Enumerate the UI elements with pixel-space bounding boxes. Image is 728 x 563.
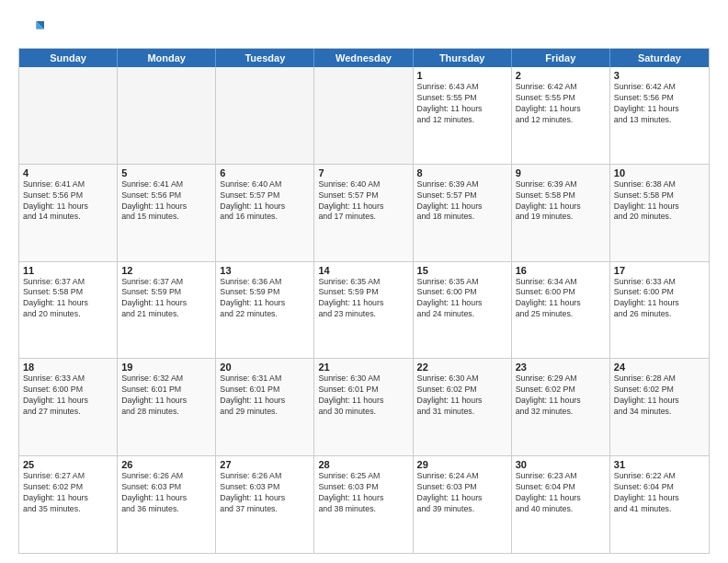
day-info: Sunrise: 6:42 AM Sunset: 5:56 PM Dayligh…	[614, 82, 705, 126]
calendar-header-cell: Thursday	[414, 49, 512, 67]
day-number: 29	[417, 459, 507, 470]
day-number: 17	[614, 265, 705, 276]
calendar-week-row: 18Sunrise: 6:33 AM Sunset: 6:00 PM Dayli…	[19, 358, 709, 455]
calendar-day-cell: 18Sunrise: 6:33 AM Sunset: 6:00 PM Dayli…	[19, 359, 118, 455]
day-info: Sunrise: 6:35 AM Sunset: 5:59 PM Dayligh…	[318, 277, 408, 321]
day-number: 3	[614, 70, 705, 81]
day-info: Sunrise: 6:41 AM Sunset: 5:56 PM Dayligh…	[23, 179, 113, 224]
calendar-header-cell: Tuesday	[216, 49, 314, 67]
day-info: Sunrise: 6:40 AM Sunset: 5:57 PM Dayligh…	[220, 179, 310, 224]
calendar-day-cell: 20Sunrise: 6:31 AM Sunset: 6:01 PM Dayli…	[216, 359, 314, 455]
calendar-day-cell: 2Sunrise: 6:42 AM Sunset: 5:55 PM Daylig…	[512, 67, 610, 164]
calendar-day-cell	[19, 67, 118, 164]
day-number: 7	[318, 167, 408, 178]
day-number: 11	[23, 265, 113, 276]
day-number: 18	[23, 362, 113, 373]
day-info: Sunrise: 6:30 AM Sunset: 6:02 PM Dayligh…	[417, 373, 507, 418]
calendar-day-cell: 27Sunrise: 6:26 AM Sunset: 6:03 PM Dayli…	[216, 456, 314, 553]
calendar-week-row: 1Sunrise: 6:43 AM Sunset: 5:55 PM Daylig…	[19, 67, 709, 164]
day-number: 14	[318, 265, 408, 276]
calendar-day-cell: 5Sunrise: 6:41 AM Sunset: 5:56 PM Daylig…	[118, 165, 216, 261]
calendar-day-cell: 10Sunrise: 6:38 AM Sunset: 5:58 PM Dayli…	[610, 165, 709, 261]
calendar-week-row: 25Sunrise: 6:27 AM Sunset: 6:02 PM Dayli…	[19, 455, 709, 553]
calendar-header-cell: Wednesday	[314, 49, 413, 67]
calendar-week-row: 11Sunrise: 6:37 AM Sunset: 5:58 PM Dayli…	[19, 261, 709, 359]
calendar-day-cell: 15Sunrise: 6:35 AM Sunset: 6:00 PM Dayli…	[414, 262, 512, 359]
calendar-day-cell: 3Sunrise: 6:42 AM Sunset: 5:56 PM Daylig…	[610, 67, 709, 164]
day-number: 19	[121, 362, 211, 373]
calendar-day-cell: 16Sunrise: 6:34 AM Sunset: 6:00 PM Dayli…	[512, 262, 610, 359]
calendar-day-cell: 14Sunrise: 6:35 AM Sunset: 5:59 PM Dayli…	[314, 262, 413, 359]
day-number: 16	[516, 265, 606, 276]
calendar-day-cell: 21Sunrise: 6:30 AM Sunset: 6:01 PM Dayli…	[314, 359, 413, 455]
day-info: Sunrise: 6:38 AM Sunset: 5:58 PM Dayligh…	[614, 179, 705, 224]
day-info: Sunrise: 6:27 AM Sunset: 6:02 PM Dayligh…	[23, 471, 113, 515]
calendar-day-cell: 6Sunrise: 6:40 AM Sunset: 5:57 PM Daylig…	[216, 165, 314, 261]
calendar-day-cell: 22Sunrise: 6:30 AM Sunset: 6:02 PM Dayli…	[414, 359, 512, 455]
day-info: Sunrise: 6:40 AM Sunset: 5:57 PM Dayligh…	[318, 179, 408, 224]
day-number: 27	[220, 459, 310, 470]
calendar-header-cell: Sunday	[19, 49, 118, 67]
day-number: 8	[417, 167, 507, 178]
calendar-day-cell: 1Sunrise: 6:43 AM Sunset: 5:55 PM Daylig…	[414, 67, 512, 164]
day-info: Sunrise: 6:37 AM Sunset: 5:59 PM Dayligh…	[121, 277, 211, 321]
day-number: 21	[318, 362, 408, 373]
day-info: Sunrise: 6:28 AM Sunset: 6:02 PM Dayligh…	[614, 373, 705, 418]
calendar-day-cell	[216, 67, 314, 164]
calendar-day-cell: 24Sunrise: 6:28 AM Sunset: 6:02 PM Dayli…	[610, 359, 709, 455]
calendar-day-cell: 9Sunrise: 6:39 AM Sunset: 5:58 PM Daylig…	[512, 165, 610, 261]
day-info: Sunrise: 6:43 AM Sunset: 5:55 PM Dayligh…	[417, 82, 507, 126]
day-number: 30	[516, 459, 606, 470]
day-info: Sunrise: 6:42 AM Sunset: 5:55 PM Dayligh…	[516, 82, 606, 126]
calendar-week-row: 4Sunrise: 6:41 AM Sunset: 5:56 PM Daylig…	[19, 164, 709, 261]
calendar-day-cell: 28Sunrise: 6:25 AM Sunset: 6:03 PM Dayli…	[314, 456, 413, 553]
calendar-day-cell: 30Sunrise: 6:23 AM Sunset: 6:04 PM Dayli…	[512, 456, 610, 553]
day-info: Sunrise: 6:36 AM Sunset: 5:59 PM Dayligh…	[220, 277, 310, 321]
calendar-day-cell: 19Sunrise: 6:32 AM Sunset: 6:01 PM Dayli…	[118, 359, 216, 455]
calendar-day-cell: 25Sunrise: 6:27 AM Sunset: 6:02 PM Dayli…	[19, 456, 118, 553]
day-number: 31	[614, 459, 705, 470]
calendar-header-row: SundayMondayTuesdayWednesdayThursdayFrid…	[19, 49, 709, 67]
calendar-day-cell: 23Sunrise: 6:29 AM Sunset: 6:02 PM Dayli…	[512, 359, 610, 455]
day-number: 4	[23, 167, 113, 178]
logo	[18, 15, 48, 40]
calendar-day-cell: 17Sunrise: 6:33 AM Sunset: 6:00 PM Dayli…	[610, 262, 709, 359]
calendar-day-cell: 4Sunrise: 6:41 AM Sunset: 5:56 PM Daylig…	[19, 165, 118, 261]
calendar-body: 1Sunrise: 6:43 AM Sunset: 5:55 PM Daylig…	[19, 67, 709, 553]
day-number: 25	[23, 459, 113, 470]
calendar-header-cell: Friday	[512, 49, 610, 67]
day-info: Sunrise: 6:30 AM Sunset: 6:01 PM Dayligh…	[318, 373, 408, 418]
calendar-header-cell: Monday	[118, 49, 216, 67]
day-number: 12	[121, 265, 211, 276]
day-info: Sunrise: 6:39 AM Sunset: 5:58 PM Dayligh…	[516, 179, 606, 224]
calendar-day-cell: 8Sunrise: 6:39 AM Sunset: 5:57 PM Daylig…	[414, 165, 512, 261]
day-number: 24	[614, 362, 705, 373]
calendar-day-cell	[314, 67, 413, 164]
day-info: Sunrise: 6:23 AM Sunset: 6:04 PM Dayligh…	[516, 471, 606, 515]
day-info: Sunrise: 6:22 AM Sunset: 6:04 PM Dayligh…	[614, 471, 705, 515]
day-info: Sunrise: 6:26 AM Sunset: 6:03 PM Dayligh…	[220, 471, 310, 515]
calendar-day-cell: 7Sunrise: 6:40 AM Sunset: 5:57 PM Daylig…	[314, 165, 413, 261]
day-number: 9	[516, 167, 606, 178]
day-number: 26	[121, 459, 211, 470]
calendar-day-cell: 31Sunrise: 6:22 AM Sunset: 6:04 PM Dayli…	[610, 456, 709, 553]
logo-icon	[18, 15, 44, 40]
day-info: Sunrise: 6:26 AM Sunset: 6:03 PM Dayligh…	[121, 471, 211, 515]
calendar-day-cell: 26Sunrise: 6:26 AM Sunset: 6:03 PM Dayli…	[118, 456, 216, 553]
day-number: 23	[516, 362, 606, 373]
day-number: 6	[220, 167, 310, 178]
calendar-day-cell: 12Sunrise: 6:37 AM Sunset: 5:59 PM Dayli…	[118, 262, 216, 359]
day-info: Sunrise: 6:41 AM Sunset: 5:56 PM Dayligh…	[121, 179, 211, 224]
day-info: Sunrise: 6:31 AM Sunset: 6:01 PM Dayligh…	[220, 373, 310, 418]
day-info: Sunrise: 6:37 AM Sunset: 5:58 PM Dayligh…	[23, 277, 113, 321]
day-info: Sunrise: 6:25 AM Sunset: 6:03 PM Dayligh…	[318, 471, 408, 515]
day-number: 28	[318, 459, 408, 470]
day-info: Sunrise: 6:39 AM Sunset: 5:57 PM Dayligh…	[417, 179, 507, 224]
day-info: Sunrise: 6:33 AM Sunset: 6:00 PM Dayligh…	[614, 277, 705, 321]
calendar-header-cell: Saturday	[610, 49, 709, 67]
header	[18, 15, 710, 40]
day-info: Sunrise: 6:34 AM Sunset: 6:00 PM Dayligh…	[516, 277, 606, 321]
day-number: 1	[417, 70, 507, 81]
calendar: SundayMondayTuesdayWednesdayThursdayFrid…	[18, 48, 710, 554]
day-info: Sunrise: 6:24 AM Sunset: 6:03 PM Dayligh…	[417, 471, 507, 515]
